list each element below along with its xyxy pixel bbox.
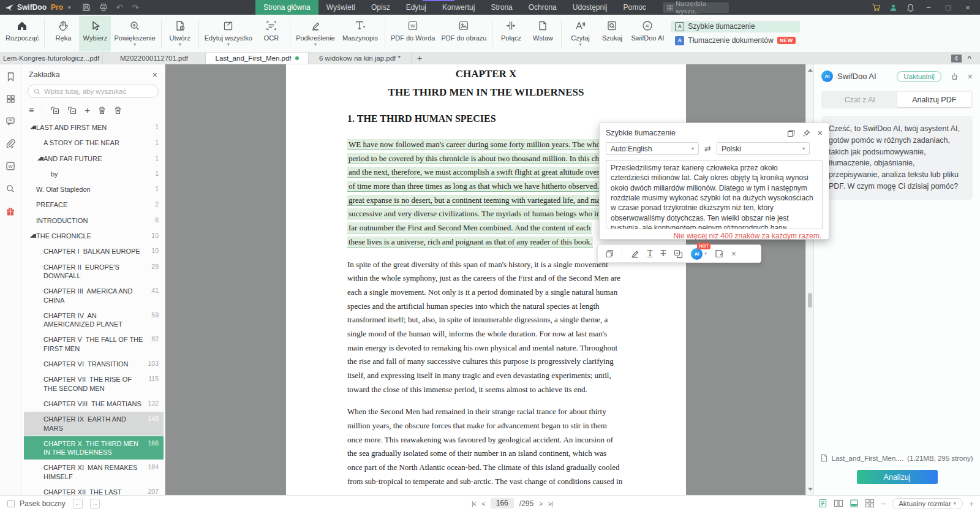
grid-view-icon[interactable] — [865, 499, 875, 508]
window-close-button[interactable]: × — [959, 0, 976, 15]
menu-item[interactable]: Strona główna — [255, 0, 318, 15]
tab-analyze-pdf[interactable]: Analizuj PDF — [897, 92, 972, 107]
tree-expand-arrow-icon[interactable] — [37, 157, 43, 161]
bookmarks-search-input[interactable]: Wpisz tutaj, aby wyszukać — [28, 85, 159, 98]
redo-icon[interactable]: ↷ — [132, 2, 139, 12]
add-bookmark-icon[interactable]: + — [85, 105, 90, 115]
menu-item[interactable]: Opisz — [363, 0, 398, 15]
tool-zoom[interactable]: Powiększenie ▾ — [111, 16, 158, 51]
highlighted-paragraph[interactable]: WE have now followed man's career during… — [286, 138, 629, 249]
zoom-out-button[interactable]: − — [881, 499, 886, 509]
swap-languages-icon[interactable]: ⇄ — [704, 144, 711, 153]
history-forward-button[interactable]: → — [90, 499, 100, 509]
tool-ocr[interactable]: OCR — [255, 16, 287, 51]
strikethrough-text-icon[interactable]: T — [661, 249, 666, 259]
copy-icon[interactable] — [787, 129, 795, 137]
source-language-select[interactable]: Auto:English ▾ — [606, 142, 699, 155]
tree-expand-arrow-icon[interactable] — [30, 234, 36, 238]
document-tab[interactable]: Last_and_First_Men.pdf — [206, 53, 309, 64]
tool-select[interactable]: Wybierz — [79, 16, 111, 51]
new-tab-button[interactable]: + — [412, 53, 428, 64]
tool-highlight[interactable]: Podkreślenie ▾ — [293, 16, 338, 51]
bookmark-item[interactable]: CHAPTER VII THE RISE OF THE SECOND MEN 1… — [24, 372, 164, 396]
bookmark-item[interactable]: CHAPTER VIII THE MARTIANS 132 — [24, 396, 164, 411]
last-page-button[interactable]: >| — [548, 500, 552, 507]
tool-swifdoo-ai[interactable]: AI SwifDoo AI — [628, 16, 667, 51]
bookmark-item[interactable]: W. Olaf Stapledon 1 — [24, 182, 164, 197]
bookmark-item[interactable]: LAST AND FIRST MEN 1 — [24, 120, 164, 135]
document-tab[interactable]: Lem-Kongres-futurologicz...pdf — [0, 53, 103, 64]
zoom-in-button[interactable]: + — [969, 499, 974, 509]
tool-pdf-to-image[interactable]: PDF do obrazu — [439, 16, 490, 51]
expand-all-icon[interactable] — [50, 106, 59, 115]
comments-icon[interactable] — [6, 116, 15, 126]
menu-item[interactable]: Pomoc — [615, 0, 654, 15]
app-logo[interactable]: SwifDooPro ▾ — [0, 3, 76, 12]
bookmark-item[interactable]: by 1 — [24, 167, 164, 181]
menu-item[interactable]: Wyświetl — [318, 0, 363, 15]
scroll-up-arrow-icon[interactable] — [808, 69, 813, 72]
two-page-view-icon[interactable] — [834, 499, 843, 508]
close-popup-icon[interactable]: × — [818, 128, 823, 138]
ribbon-collapse-chevron-icon[interactable]: ^ — [968, 55, 971, 62]
menu-item[interactable]: Udostępnij — [565, 0, 616, 15]
sidebar-toggle-checkbox[interactable] — [7, 500, 15, 507]
delete-all-bookmarks-icon[interactable] — [114, 106, 122, 115]
underline-text-icon[interactable]: T — [647, 249, 653, 259]
copy-icon[interactable] — [605, 249, 614, 258]
bookmark-item[interactable]: CHAPTER IV AN AMERICANIZED PLANET 59 — [24, 308, 164, 332]
close-panel-icon[interactable]: × — [153, 70, 157, 80]
bookmark-item[interactable]: CHAPTER VI TRANSITION 103 — [24, 357, 164, 371]
bookmarks-icon[interactable] — [6, 72, 15, 81]
bookmark-item[interactable]: AND FAR FUTURE 1 — [24, 151, 164, 166]
document-tab[interactable]: M2022000112701.pdf — [103, 53, 206, 64]
update-button[interactable]: Uaktualnij — [897, 71, 941, 82]
tool-typewriter[interactable]: Maszynopis — [338, 16, 382, 51]
zoom-level-select[interactable]: Aktualny rozmiar ▾ — [892, 498, 963, 509]
tool-insert[interactable]: Wstaw — [527, 16, 559, 51]
next-page-button[interactable]: > — [539, 500, 542, 507]
tool-search[interactable]: Szukaj — [596, 16, 628, 51]
save-icon[interactable] — [82, 3, 91, 12]
scroll-down-arrow-icon[interactable] — [808, 488, 813, 491]
bookmark-item[interactable]: CHAPTER XII THE LAST TERRESTRIALS 207 — [24, 485, 164, 495]
tool-read-aloud[interactable]: Czytaj ▾ — [564, 16, 596, 51]
bookmark-item[interactable]: PREFACE 2 — [24, 197, 164, 212]
tool-hand[interactable]: Ręka — [47, 16, 79, 51]
bookmark-item[interactable]: CHAPTER XI MAN REMAKES HIMSELF 184 — [24, 460, 164, 484]
list-menu-icon[interactable]: ≡ — [29, 106, 34, 115]
close-ai-panel-icon[interactable]: × — [968, 72, 973, 81]
highlight-pen-icon[interactable] — [630, 249, 639, 258]
quick-translate-button[interactable]: A Szybkie tłumaczenie — [671, 21, 799, 32]
scrollbar-thumb[interactable] — [808, 293, 812, 308]
bookmark-item[interactable]: CHAPTER II EUROPE'S DOWNFALL 29 — [24, 260, 164, 284]
menu-item[interactable]: Konwertuj — [434, 0, 483, 15]
menu-item[interactable]: Edytuj — [398, 0, 434, 15]
bookmark-item[interactable]: INTRODUCTION 6 — [24, 213, 164, 228]
app-menu-caret-icon[interactable]: ▾ — [68, 4, 71, 10]
bookmark-item[interactable]: CHAPTER V THE FALL OF THE FIRST MEN 82 — [24, 332, 164, 356]
clear-history-icon[interactable] — [951, 72, 959, 80]
translate-icon[interactable]: A — [674, 249, 683, 259]
continuous-view-icon[interactable] — [850, 499, 859, 508]
tools-search-input[interactable]: Narzędzia wyszu... — [663, 2, 729, 13]
current-page-input[interactable]: 166 — [491, 498, 514, 509]
window-maximize-button[interactable]: □ — [940, 0, 957, 15]
attachments-icon[interactable] — [6, 138, 15, 148]
previous-page-button[interactable]: < — [481, 500, 484, 507]
close-toolbar-icon[interactable]: × — [731, 249, 736, 259]
ai-actions-button[interactable]: AI HOT ▾ — [691, 248, 707, 260]
document-translate-button[interactable]: A Tłumaczenie dokumentów NEW — [671, 35, 799, 47]
gift-icon[interactable] — [6, 206, 15, 216]
first-page-button[interactable]: |< — [472, 500, 476, 507]
analyze-button[interactable]: Analizuj — [857, 470, 938, 484]
tool-edit-all[interactable]: Edytuj wszystko ▾ — [202, 16, 255, 51]
bookmark-item[interactable]: THE CHRONICLE 10 — [24, 229, 164, 243]
collapse-all-icon[interactable] — [67, 106, 77, 115]
menu-item[interactable]: Strona — [483, 0, 520, 15]
tab-chat-with-ai[interactable]: Czat z AI — [823, 92, 897, 107]
document-tab[interactable]: 6 widokow na kin jap.pdf * — [309, 53, 412, 64]
bookmark-item[interactable]: CHAPTER IX EARTH AND MARS 148 — [24, 412, 164, 436]
quick-translate-popup[interactable]: Szybkie tłumaczenie × Auto:English ▾ ⇄ P… — [599, 123, 829, 240]
cart-icon[interactable] — [869, 0, 883, 15]
